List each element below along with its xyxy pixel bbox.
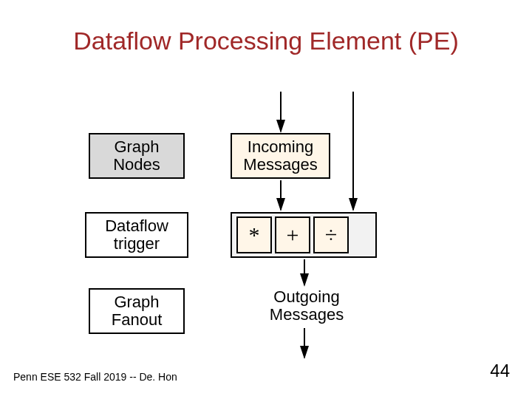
slide-title: Dataflow Processing Element (PE) xyxy=(0,27,532,55)
box-graph-fanout: GraphFanout xyxy=(89,288,185,334)
op-add: + xyxy=(275,216,310,253)
box-graph-nodes: GraphNodes xyxy=(89,133,185,179)
box-dataflow-trigger: Dataflowtrigger xyxy=(85,212,188,258)
slide-footer: Penn ESE 532 Fall 2019 -- De. Hon xyxy=(13,371,177,383)
op-divide: ÷ xyxy=(313,216,349,253)
diagram-arrows xyxy=(0,0,532,399)
ops-container: * + ÷ xyxy=(231,212,377,258)
page-number: 44 xyxy=(490,361,510,381)
box-incoming-messages: IncomingMessages xyxy=(231,133,330,179)
label-outgoing-messages: OutgoingMessages xyxy=(251,288,362,324)
op-multiply: * xyxy=(236,216,272,253)
